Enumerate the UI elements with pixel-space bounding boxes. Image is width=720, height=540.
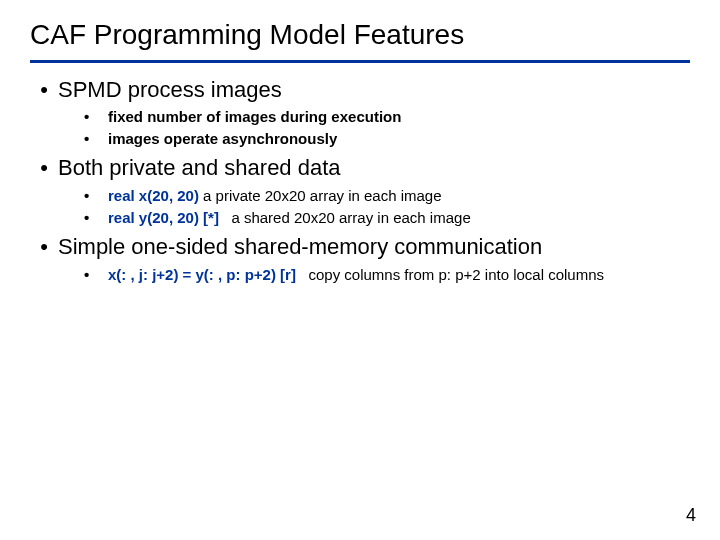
bullet-text: SPMD process images [58, 77, 282, 103]
description: a private 20x20 array in each image [203, 187, 441, 204]
bullet-text: Both private and shared data [58, 155, 341, 181]
page-number: 4 [686, 505, 696, 526]
bullet-level1: • Both private and shared data [30, 155, 690, 181]
sub-bullet-text: x(: , j: j+2) = y(: , p: p+2) [r] copy c… [108, 265, 690, 285]
sub-bullet-list: • fixed number of images during executio… [30, 107, 690, 150]
bullet-dot-icon: • [84, 208, 108, 228]
bullet-dot-icon: • [30, 235, 58, 259]
list-item: • real y(20, 20) [*] a shared 20x20 arra… [84, 208, 690, 228]
sub-bullet-text: real x(20, 20) a private 20x20 array in … [108, 186, 690, 206]
list-item: • fixed number of images during executio… [84, 107, 690, 127]
code-snippet: x(: , j: j+2) = y(: , p: p+2) [r] [108, 266, 296, 283]
slide: CAF Programming Model Features • SPMD pr… [0, 0, 720, 540]
list-item: • x(: , j: j+2) = y(: , p: p+2) [r] copy… [84, 265, 690, 285]
code-snippet: real y(20, 20) [*] [108, 209, 219, 226]
sub-bullet-text: real y(20, 20) [*] a shared 20x20 array … [108, 208, 690, 228]
description: copy columns from p: p+2 into local colu… [308, 266, 604, 283]
bullet-list: • SPMD process images • fixed number of … [30, 77, 690, 285]
bullet-dot-icon: • [84, 265, 108, 285]
slide-title: CAF Programming Model Features [30, 18, 690, 52]
sub-bullet-list: • x(: , j: j+2) = y(: , p: p+2) [r] copy… [30, 265, 690, 285]
bullet-level1: • Simple one-sided shared-memory communi… [30, 234, 690, 260]
bullet-dot-icon: • [84, 107, 108, 127]
sub-bullet-list: • real x(20, 20) a private 20x20 array i… [30, 186, 690, 229]
bullet-dot-icon: • [30, 156, 58, 180]
list-item: • images operate asynchronously [84, 129, 690, 149]
bullet-dot-icon: • [84, 129, 108, 149]
list-item: • real x(20, 20) a private 20x20 array i… [84, 186, 690, 206]
description: a shared 20x20 array in each image [231, 209, 470, 226]
bullet-dot-icon: • [30, 78, 58, 102]
sub-bullet-text: images operate asynchronously [108, 129, 690, 149]
list-item: • Both private and shared data • real x(… [30, 155, 690, 228]
list-item: • Simple one-sided shared-memory communi… [30, 234, 690, 285]
list-item: • SPMD process images • fixed number of … [30, 77, 690, 150]
bullet-level1: • SPMD process images [30, 77, 690, 103]
bullet-dot-icon: • [84, 186, 108, 206]
code-snippet: real x(20, 20) [108, 187, 199, 204]
sub-bullet-text: fixed number of images during execution [108, 107, 690, 127]
bullet-text: Simple one-sided shared-memory communica… [58, 234, 542, 260]
title-underline [30, 60, 690, 63]
